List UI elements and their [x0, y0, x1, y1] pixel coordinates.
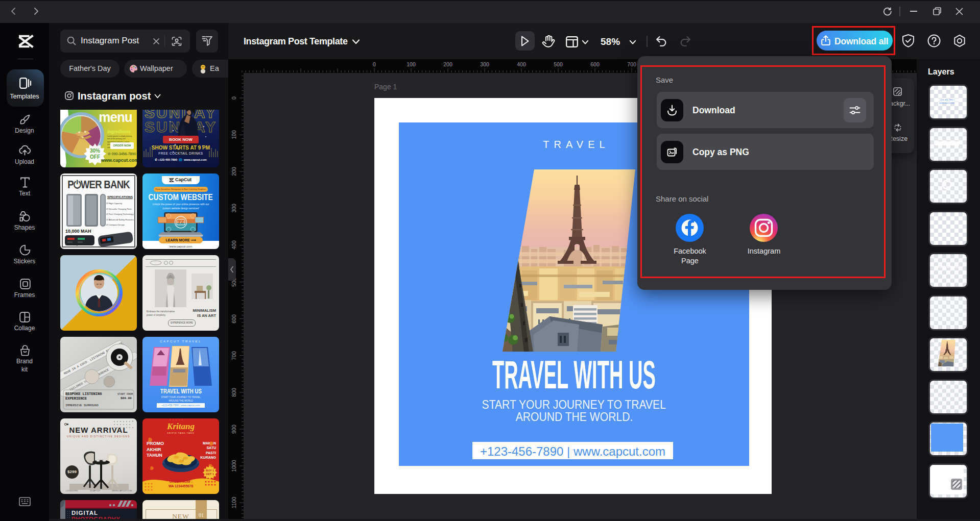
- svg-text:300: 300: [480, 61, 489, 67]
- svg-text:100: 100: [231, 130, 237, 139]
- svg-text:30%: 30%: [90, 148, 100, 154]
- svg-text:500: 500: [554, 61, 563, 67]
- svg-text:START FROM: START FROM: [117, 393, 133, 396]
- svg-text:IMMERSIVE SURROUND: IMMERSIVE SURROUND: [65, 404, 99, 407]
- svg-text:700: 700: [231, 351, 237, 360]
- svg-text:400: 400: [231, 240, 237, 250]
- svg-text:OFF: OFF: [90, 154, 100, 160]
- svg-text:400: 400: [517, 61, 526, 67]
- svg-text:900: 900: [231, 425, 237, 434]
- svg-text:1000: 1000: [231, 460, 237, 472]
- svg-text:600: 600: [231, 314, 237, 324]
- svg-text:BESPOKE LISTENING: BESPOKE LISTENING: [65, 392, 102, 396]
- svg-text:700: 700: [627, 61, 636, 67]
- svg-text:EXPERIENCE: EXPERIENCE: [65, 396, 87, 401]
- svg-text:0: 0: [373, 61, 376, 67]
- svg-text:600: 600: [590, 61, 600, 67]
- svg-text:1100: 1100: [231, 497, 237, 509]
- svg-text:200: 200: [231, 167, 237, 176]
- svg-text:$89.00: $89.00: [121, 396, 132, 400]
- svg-text:200: 200: [443, 61, 452, 67]
- svg-text:BUY 1: BUY 1: [206, 469, 214, 472]
- svg-text:0: 0: [231, 96, 237, 100]
- svg-text:100: 100: [407, 61, 416, 67]
- svg-text:300: 300: [231, 204, 237, 213]
- svg-text:800: 800: [231, 388, 237, 397]
